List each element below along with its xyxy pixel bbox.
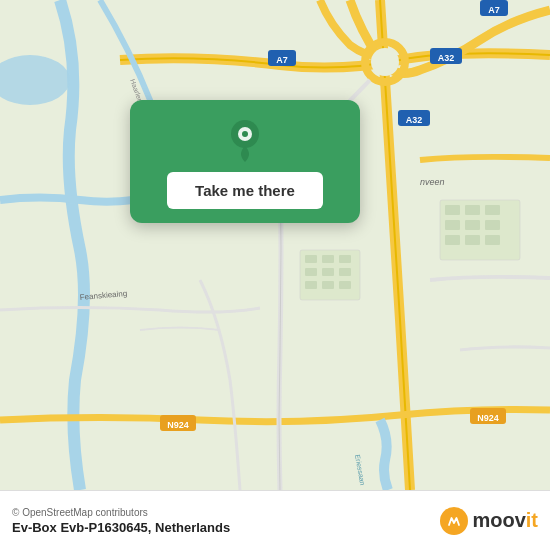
moovit-logo: moovit (440, 507, 538, 535)
svg-text:nveen: nveen (420, 177, 445, 187)
svg-text:A7: A7 (276, 55, 288, 65)
svg-text:N924: N924 (477, 413, 499, 423)
svg-rect-29 (485, 235, 500, 245)
map-svg: A7 A32 A32 A7 N924 N924 nveen Feanskieai… (0, 0, 550, 490)
map-attribution: © OpenStreetMap contributors (12, 507, 230, 518)
take-me-there-button[interactable]: Take me there (167, 172, 323, 209)
location-pin-icon (223, 118, 267, 162)
bottom-left-info: © OpenStreetMap contributors Ev-Box Evb-… (12, 507, 230, 535)
map-container: A7 A32 A32 A7 N924 N924 nveen Feanskieai… (0, 0, 550, 490)
svg-rect-24 (445, 220, 460, 230)
svg-rect-25 (465, 220, 480, 230)
svg-point-42 (242, 131, 248, 137)
svg-rect-22 (465, 205, 480, 215)
svg-point-3 (371, 48, 399, 76)
svg-rect-28 (465, 235, 480, 245)
svg-rect-32 (322, 255, 334, 263)
svg-rect-21 (445, 205, 460, 215)
svg-rect-37 (305, 281, 317, 289)
svg-rect-39 (339, 281, 351, 289)
moovit-accent: it (526, 509, 538, 531)
svg-rect-27 (445, 235, 460, 245)
location-name: Ev-Box Evb-P1630645, Netherlands (12, 520, 230, 535)
svg-rect-33 (339, 255, 351, 263)
svg-text:A7: A7 (488, 5, 500, 15)
svg-rect-35 (322, 268, 334, 276)
moovit-text: moovit (472, 509, 538, 532)
svg-rect-34 (305, 268, 317, 276)
svg-rect-38 (322, 281, 334, 289)
svg-text:N924: N924 (167, 420, 189, 430)
svg-rect-26 (485, 220, 500, 230)
bottom-bar: © OpenStreetMap contributors Ev-Box Evb-… (0, 490, 550, 550)
svg-text:A32: A32 (406, 115, 423, 125)
svg-text:A32: A32 (438, 53, 455, 63)
svg-rect-36 (339, 268, 351, 276)
svg-rect-23 (485, 205, 500, 215)
map-popup[interactable]: Take me there (130, 100, 360, 223)
svg-rect-31 (305, 255, 317, 263)
moovit-icon (440, 507, 468, 535)
